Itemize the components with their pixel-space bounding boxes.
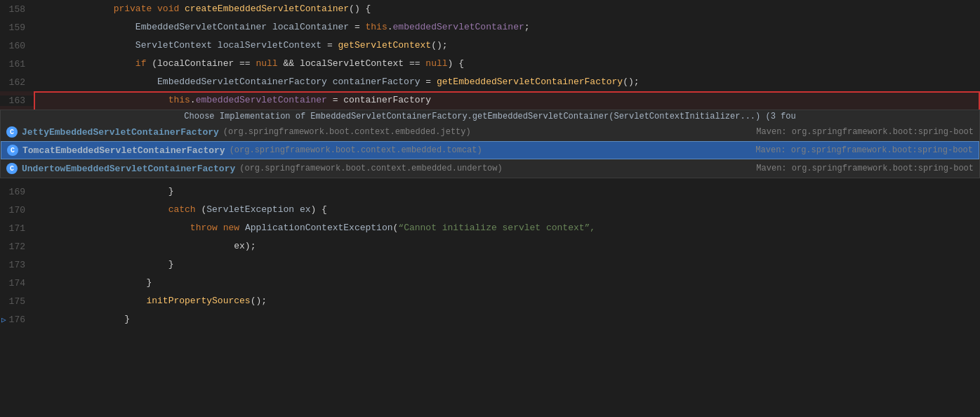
autocomplete-item-undertow[interactable]: C UndertowEmbeddedServletContainerFactor… — [1, 159, 979, 178]
code-area: 158 private void createEmbeddedServletCo… — [0, 0, 980, 417]
autocomplete-icon-jetty: C — [6, 126, 18, 138]
autocomplete-dropdown[interactable]: Choose Implementation of EmbeddedServlet… — [0, 110, 980, 178]
editor-container: 158 private void createEmbeddedServletCo… — [0, 0, 980, 417]
bookmark-icon: ▷ — [1, 315, 6, 324]
jetty-maven: Maven: org.springframework.boot:spring-b… — [756, 127, 974, 137]
tomcat-maven: Maven: org.springframework.boot:spring-b… — [755, 145, 973, 155]
jetty-class-name: JettyEmbeddedServletContainerFactory — [22, 127, 219, 138]
tomcat-class-name: TomcatEmbeddedServletContainerFactory — [22, 145, 225, 156]
jetty-package: (org.springframework.boot.context.embedd… — [223, 127, 471, 137]
autocomplete-icon-tomcat: C — [7, 145, 18, 156]
code-line-176: ▷ 176 } — [0, 310, 980, 329]
undertow-class-name: UndertowEmbeddedServletContainerFactory — [22, 164, 235, 174]
autocomplete-header: Choose Implementation of EmbeddedServlet… — [1, 110, 979, 123]
tomcat-package: (org.springframework.boot.context.embedd… — [230, 145, 482, 155]
autocomplete-item-tomcat[interactable]: C TomcatEmbeddedServletContainerFactory … — [1, 141, 979, 159]
autocomplete-icon-undertow: C — [6, 163, 18, 174]
autocomplete-item-jetty[interactable]: C JettyEmbeddedServletContainerFactory (… — [1, 123, 979, 141]
undertow-maven: Maven: org.springframework.boot:spring-b… — [756, 164, 974, 173]
undertow-package: (org.springframework.boot.context.embedd… — [239, 164, 502, 173]
